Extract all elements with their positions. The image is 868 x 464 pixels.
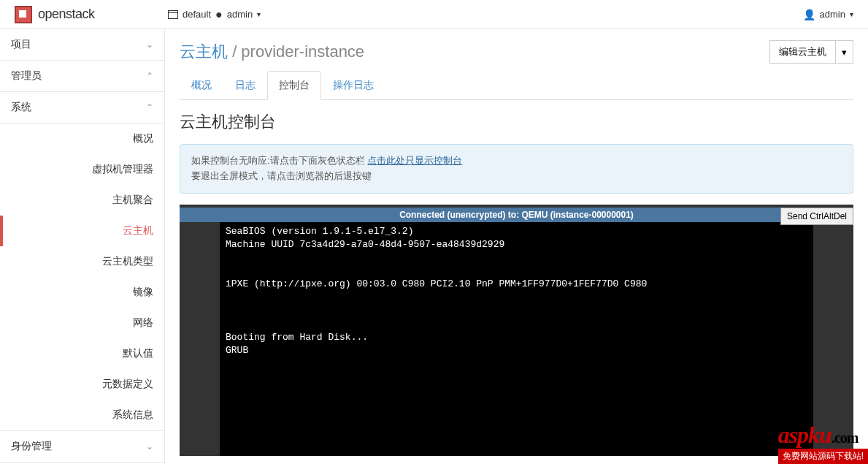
tab-overview[interactable]: 概况: [180, 71, 223, 100]
info-line2: 要退出全屏模式，请点击浏览器的后退按键: [191, 170, 372, 181]
openstack-logo-icon: [15, 6, 32, 23]
sidebar-item-overview[interactable]: 概况: [0, 123, 164, 154]
sidebar-item-networks[interactable]: 网络: [0, 308, 164, 338]
sidebar-item-flavors[interactable]: 云主机类型: [0, 246, 164, 277]
panel-title: 云主机控制台: [180, 111, 853, 133]
vnc-status-bar[interactable]: Connected (unencrypted) to: QEMU (instan…: [180, 205, 853, 222]
tab-action-log[interactable]: 操作日志: [321, 71, 385, 100]
breadcrumb: 云主机 / provider-instance: [180, 41, 364, 63]
breadcrumb-sep: /: [232, 42, 241, 61]
sidebar-item-defaults[interactable]: 默认值: [0, 338, 164, 369]
action-button-group: 编辑云主机 ▾: [769, 40, 853, 64]
logo-area: openstack: [15, 6, 168, 23]
chevron-down-icon: ⌄: [146, 39, 153, 50]
edit-instance-button[interactable]: 编辑云主机: [769, 40, 836, 64]
sidebar-item-images[interactable]: 镜像: [0, 277, 164, 308]
sidebar-item-hypervisors[interactable]: 虚拟机管理器: [0, 154, 164, 185]
breadcrumb-root[interactable]: 云主机: [180, 42, 228, 61]
section-label: 管理员: [11, 69, 42, 83]
project-selector[interactable]: default ● admin ▾: [168, 8, 261, 21]
show-console-only-link[interactable]: 点击此处只显示控制台: [367, 155, 462, 166]
console-info-box: 如果控制台无响应:请点击下面灰色状态栏 点击此处只显示控制台 要退出全屏模式，请…: [180, 144, 853, 194]
sidebar-item-instances[interactable]: 云主机: [0, 216, 164, 246]
sidebar: 项目 ⌄ 管理员 ⌃ 系统 ⌃ 概况 虚拟机管理器 主机聚合 云主机 云主机类型…: [0, 29, 165, 464]
user-menu[interactable]: 👤 admin ▾: [803, 9, 853, 20]
breadcrumb-current: provider-instance: [241, 42, 364, 61]
domain-name: default: [183, 9, 211, 20]
domain-icon: [168, 10, 178, 19]
tab-console[interactable]: 控制台: [267, 71, 321, 100]
main-content: 云主机 / provider-instance 编辑云主机 ▾ 概况 日志 控制…: [165, 29, 868, 464]
sidebar-item-metadata[interactable]: 元数据定义: [0, 369, 164, 400]
caret-down-icon: ▾: [257, 10, 261, 18]
bullet-separator: ●: [215, 8, 223, 21]
action-dropdown-toggle[interactable]: ▾: [836, 40, 853, 64]
caret-down-icon: ▾: [850, 10, 853, 18]
sidebar-item-host-aggregates[interactable]: 主机聚合: [0, 185, 164, 216]
topbar: openstack default ● admin ▾ 👤 admin ▾: [0, 0, 868, 29]
sidebar-section-system[interactable]: 系统 ⌃: [0, 92, 164, 123]
sidebar-section-identity[interactable]: 身份管理 ⌄: [0, 430, 164, 463]
vnc-console: Connected (unencrypted) to: QEMU (instan…: [180, 205, 853, 456]
sidebar-section-admin[interactable]: 管理员 ⌃: [0, 61, 164, 92]
tabs: 概况 日志 控制台 操作日志: [180, 71, 853, 100]
project-name: admin: [227, 9, 253, 20]
send-ctrl-alt-del-button[interactable]: Send CtrlAltDel: [780, 208, 853, 225]
user-name: admin: [820, 9, 845, 20]
chevron-down-icon: ⌄: [146, 441, 153, 452]
section-label: 身份管理: [11, 440, 52, 453]
user-icon: 👤: [803, 9, 815, 20]
chevron-up-icon: ⌃: [146, 71, 153, 81]
section-label: 系统: [11, 101, 31, 114]
sidebar-item-system-info[interactable]: 系统信息: [0, 400, 164, 430]
tab-log[interactable]: 日志: [223, 71, 267, 100]
sidebar-section-project[interactable]: 项目 ⌄: [0, 29, 164, 61]
chevron-up-icon: ⌃: [146, 102, 153, 113]
section-label: 项目: [11, 38, 31, 51]
info-line1: 如果控制台无响应:请点击下面灰色状态栏: [191, 155, 367, 166]
terminal-output[interactable]: SeaBIOS (version 1.9.1-5.el7_3.2) Machin…: [220, 222, 813, 456]
vnc-status-text: Connected (unencrypted) to: QEMU (instan…: [399, 210, 634, 220]
logo-text: openstack: [38, 7, 95, 22]
